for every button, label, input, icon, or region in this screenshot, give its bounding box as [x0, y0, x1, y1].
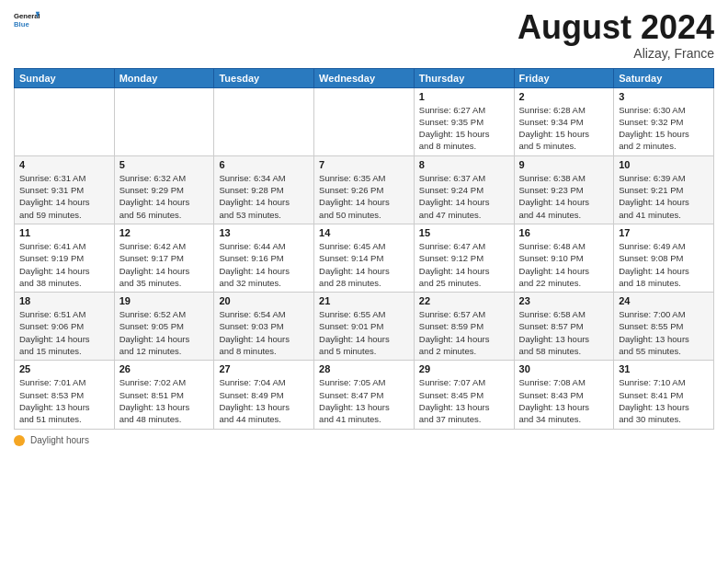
- day-info: Sunrise: 6:42 AM Sunset: 9:17 PM Dayligh…: [119, 240, 210, 289]
- day-cell: 14Sunrise: 6:45 AM Sunset: 9:14 PM Dayli…: [314, 224, 415, 292]
- header: General Blue August 2024 Alizay, France: [14, 9, 714, 61]
- logo-icon: General Blue: [14, 9, 40, 35]
- day-number: 3: [619, 91, 709, 102]
- day-cell: 28Sunrise: 7:05 AM Sunset: 8:47 PM Dayli…: [314, 361, 415, 429]
- day-cell: 30Sunrise: 7:08 AM Sunset: 8:43 PM Dayli…: [514, 361, 614, 429]
- page: General Blue August 2024 Alizay, France …: [0, 0, 728, 563]
- day-number: 20: [219, 295, 309, 306]
- day-number: 13: [219, 227, 309, 238]
- day-cell: 13Sunrise: 6:44 AM Sunset: 9:16 PM Dayli…: [214, 224, 314, 292]
- day-number: 18: [19, 295, 109, 306]
- day-cell: 8Sunrise: 6:37 AM Sunset: 9:24 PM Daylig…: [414, 155, 514, 224]
- day-number: 9: [519, 159, 609, 170]
- day-cell: 6Sunrise: 6:34 AM Sunset: 9:28 PM Daylig…: [214, 155, 314, 224]
- day-cell: 12Sunrise: 6:42 AM Sunset: 9:17 PM Dayli…: [114, 224, 214, 292]
- day-number: 8: [419, 159, 509, 170]
- day-number: 25: [19, 363, 109, 374]
- day-number: 27: [219, 363, 309, 374]
- day-cell: [314, 87, 415, 155]
- week-row-5: 25Sunrise: 7:01 AM Sunset: 8:53 PM Dayli…: [15, 361, 714, 429]
- day-info: Sunrise: 7:01 AM Sunset: 8:53 PM Dayligh…: [19, 376, 109, 425]
- day-number: 26: [119, 363, 210, 374]
- day-info: Sunrise: 6:34 AM Sunset: 9:28 PM Dayligh…: [219, 172, 309, 221]
- day-info: Sunrise: 6:47 AM Sunset: 9:12 PM Dayligh…: [419, 240, 509, 289]
- day-number: 12: [119, 227, 210, 238]
- dow-header-sunday: Sunday: [15, 68, 115, 87]
- week-row-2: 4Sunrise: 6:31 AM Sunset: 9:31 PM Daylig…: [15, 155, 714, 224]
- day-info: Sunrise: 6:35 AM Sunset: 9:26 PM Dayligh…: [319, 172, 409, 221]
- day-info: Sunrise: 6:31 AM Sunset: 9:31 PM Dayligh…: [19, 172, 109, 221]
- day-info: Sunrise: 7:00 AM Sunset: 8:55 PM Dayligh…: [619, 308, 709, 357]
- logo: General Blue: [14, 9, 40, 35]
- week-row-3: 11Sunrise: 6:41 AM Sunset: 9:19 PM Dayli…: [15, 224, 714, 292]
- day-info: Sunrise: 6:37 AM Sunset: 9:24 PM Dayligh…: [419, 172, 509, 221]
- day-cell: [114, 87, 214, 155]
- day-info: Sunrise: 6:27 AM Sunset: 9:35 PM Dayligh…: [419, 104, 509, 153]
- day-cell: 23Sunrise: 6:58 AM Sunset: 8:57 PM Dayli…: [514, 293, 614, 361]
- day-cell: 25Sunrise: 7:01 AM Sunset: 8:53 PM Dayli…: [15, 361, 115, 429]
- day-number: 31: [619, 363, 709, 374]
- day-number: 10: [619, 159, 709, 170]
- day-info: Sunrise: 6:55 AM Sunset: 9:01 PM Dayligh…: [319, 308, 409, 357]
- day-info: Sunrise: 7:08 AM Sunset: 8:43 PM Dayligh…: [519, 376, 609, 425]
- dow-header-thursday: Thursday: [414, 68, 514, 87]
- calendar-table: SundayMondayTuesdayWednesdayThursdayFrid…: [14, 68, 714, 430]
- day-cell: 19Sunrise: 6:52 AM Sunset: 9:05 PM Dayli…: [114, 293, 214, 361]
- footer-label: Daylight hours: [30, 435, 89, 445]
- day-number: 5: [119, 159, 210, 170]
- day-cell: [15, 87, 115, 155]
- day-info: Sunrise: 6:28 AM Sunset: 9:34 PM Dayligh…: [519, 104, 609, 153]
- day-number: 16: [519, 227, 609, 238]
- day-number: 24: [619, 295, 709, 306]
- day-cell: 15Sunrise: 6:47 AM Sunset: 9:12 PM Dayli…: [414, 224, 514, 292]
- day-cell: 9Sunrise: 6:38 AM Sunset: 9:23 PM Daylig…: [514, 155, 614, 224]
- day-of-week-row: SundayMondayTuesdayWednesdayThursdayFrid…: [15, 68, 714, 87]
- day-number: 17: [619, 227, 709, 238]
- day-cell: 7Sunrise: 6:35 AM Sunset: 9:26 PM Daylig…: [314, 155, 415, 224]
- day-number: 7: [319, 159, 409, 170]
- day-cell: 26Sunrise: 7:02 AM Sunset: 8:51 PM Dayli…: [114, 361, 214, 429]
- day-number: 6: [219, 159, 309, 170]
- week-row-4: 18Sunrise: 6:51 AM Sunset: 9:06 PM Dayli…: [15, 293, 714, 361]
- day-cell: 17Sunrise: 6:49 AM Sunset: 9:08 PM Dayli…: [614, 224, 714, 292]
- dow-header-wednesday: Wednesday: [314, 68, 415, 87]
- day-info: Sunrise: 6:48 AM Sunset: 9:10 PM Dayligh…: [519, 240, 609, 289]
- day-cell: 4Sunrise: 6:31 AM Sunset: 9:31 PM Daylig…: [15, 155, 115, 224]
- day-number: 22: [419, 295, 509, 306]
- dow-header-monday: Monday: [114, 68, 214, 87]
- day-info: Sunrise: 7:10 AM Sunset: 8:41 PM Dayligh…: [619, 376, 709, 425]
- day-cell: 11Sunrise: 6:41 AM Sunset: 9:19 PM Dayli…: [15, 224, 115, 292]
- day-number: 15: [419, 227, 509, 238]
- day-info: Sunrise: 6:49 AM Sunset: 9:08 PM Dayligh…: [619, 240, 709, 289]
- day-info: Sunrise: 7:05 AM Sunset: 8:47 PM Dayligh…: [319, 376, 409, 425]
- location: Alizay, France: [518, 46, 714, 61]
- day-number: 1: [419, 91, 509, 102]
- day-info: Sunrise: 7:07 AM Sunset: 8:45 PM Dayligh…: [419, 376, 509, 425]
- day-info: Sunrise: 6:45 AM Sunset: 9:14 PM Dayligh…: [319, 240, 409, 289]
- day-number: 2: [519, 91, 609, 102]
- day-info: Sunrise: 6:51 AM Sunset: 9:06 PM Dayligh…: [19, 308, 109, 357]
- month-title: August 2024: [518, 9, 714, 46]
- day-info: Sunrise: 6:57 AM Sunset: 8:59 PM Dayligh…: [419, 308, 509, 357]
- day-cell: 10Sunrise: 6:39 AM Sunset: 9:21 PM Dayli…: [614, 155, 714, 224]
- day-number: 11: [19, 227, 109, 238]
- day-number: 29: [419, 363, 509, 374]
- day-cell: 16Sunrise: 6:48 AM Sunset: 9:10 PM Dayli…: [514, 224, 614, 292]
- day-cell: 2Sunrise: 6:28 AM Sunset: 9:34 PM Daylig…: [514, 87, 614, 155]
- day-info: Sunrise: 7:04 AM Sunset: 8:49 PM Dayligh…: [219, 376, 309, 425]
- day-info: Sunrise: 6:54 AM Sunset: 9:03 PM Dayligh…: [219, 308, 309, 357]
- week-row-1: 1Sunrise: 6:27 AM Sunset: 9:35 PM Daylig…: [15, 87, 714, 155]
- day-number: 28: [319, 363, 409, 374]
- day-info: Sunrise: 6:58 AM Sunset: 8:57 PM Dayligh…: [519, 308, 609, 357]
- day-number: 21: [319, 295, 409, 306]
- day-info: Sunrise: 6:44 AM Sunset: 9:16 PM Dayligh…: [219, 240, 309, 289]
- day-cell: 5Sunrise: 6:32 AM Sunset: 9:29 PM Daylig…: [114, 155, 214, 224]
- day-info: Sunrise: 6:39 AM Sunset: 9:21 PM Dayligh…: [619, 172, 709, 221]
- day-info: Sunrise: 6:52 AM Sunset: 9:05 PM Dayligh…: [119, 308, 210, 357]
- day-number: 14: [319, 227, 409, 238]
- day-number: 4: [19, 159, 109, 170]
- day-cell: 20Sunrise: 6:54 AM Sunset: 9:03 PM Dayli…: [214, 293, 314, 361]
- day-info: Sunrise: 7:02 AM Sunset: 8:51 PM Dayligh…: [119, 376, 210, 425]
- day-cell: 3Sunrise: 6:30 AM Sunset: 9:32 PM Daylig…: [614, 87, 714, 155]
- day-cell: 31Sunrise: 7:10 AM Sunset: 8:41 PM Dayli…: [614, 361, 714, 429]
